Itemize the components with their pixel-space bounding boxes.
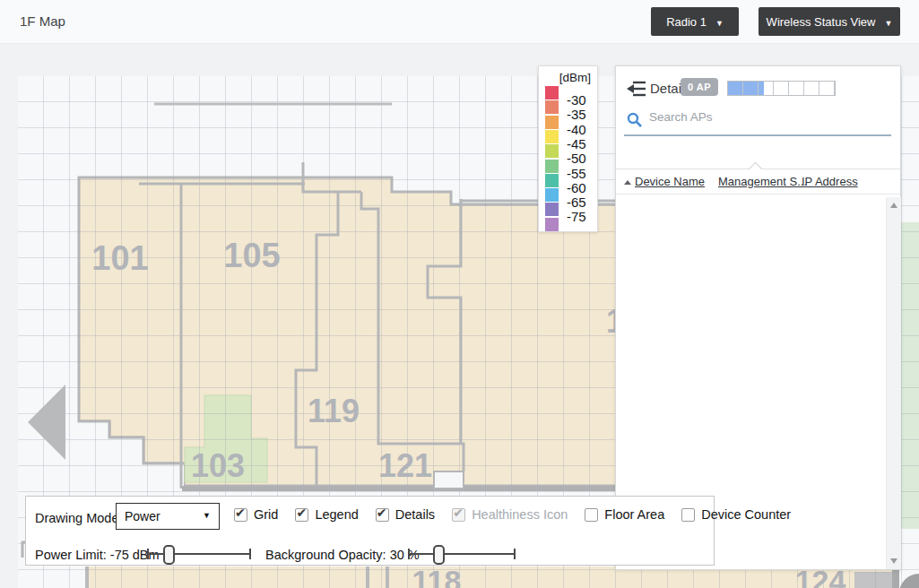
legend-title: [dBm] [539,71,591,84]
column-management[interactable]: Management S... [718,175,807,188]
view-mode-dropdown-button[interactable]: Wireless Status View [759,7,900,36]
checkbox-grid[interactable]: Grid [234,507,278,522]
ap-count-badge: 0 AP [681,78,718,96]
room-label-101: 101 [91,239,148,277]
column-device-name[interactable]: Device Name [635,175,705,188]
view-mode-dropdown-label: Wireless Status View [767,15,876,29]
scroll-up-icon[interactable] [890,203,897,208]
drawing-mode-value: Power [125,509,160,523]
checkbox-row: Grid Legend Details Healthiness Icon Flo… [234,507,791,522]
details-panel: Details 0 AP Device Name Management S...… [615,65,901,570]
room-label-103: 103 [191,447,245,484]
legend-swatch [545,218,559,231]
chevron-down-icon [715,15,724,29]
checkbox-healthiness-icon: Healthiness Icon [452,507,568,522]
top-bar: 1F Map Radio 1 Wireless Status View [0,0,919,44]
checkbox-icon [585,508,598,522]
room-label-121: 121 [378,447,432,484]
ap-capacity-bar [727,81,836,96]
checkbox-icon [681,508,695,522]
room-label-118: 118 [412,564,462,588]
legend-tick: -35 [567,108,594,121]
checkbox-label: Healthiness Icon [472,507,568,522]
checkbox-legend[interactable]: Legend [295,507,358,522]
table-scrollbar[interactable] [886,197,901,569]
collapse-panel-icon[interactable] [626,80,647,98]
power-limit-slider[interactable] [147,549,251,559]
ap-capacity-segments [728,82,835,95]
checkbox-floor-area[interactable]: Floor Area [585,507,664,522]
legend-swatch [545,100,559,114]
legend-tick: -50 [567,151,594,165]
checkbox-label: Details [395,507,435,522]
radio-dropdown-button[interactable]: Radio 1 [651,7,739,36]
checkbox-label: Floor Area [604,507,664,522]
legend-tick: -45 [567,137,594,151]
legend-swatch [545,203,559,216]
legend-tick: -30 [567,93,594,107]
page-title: 1F Map [20,13,65,29]
search-icon [627,112,642,127]
checkbox-label: Grid [254,507,278,522]
legend-swatch [545,144,559,158]
radio-dropdown-label: Radio 1 [666,15,707,29]
room-label-119: 119 [308,393,360,429]
doorway-gap [434,471,464,489]
checkbox-icon [234,508,247,522]
legend-tick: -75 [567,210,594,223]
chevron-down-icon [884,15,892,29]
legend-swatch [545,160,559,173]
legend-tick: -65 [567,195,594,209]
legend-tick: -40 [567,123,594,136]
search-field [624,106,891,136]
background-opacity-slider[interactable] [408,549,516,559]
table-header-row: Device Name Management S... IP Address [616,169,900,195]
legend-swatch [545,86,559,99]
power-limit-label: Power Limit: -75 dBm [35,548,160,562]
slider-thumb[interactable] [433,545,445,565]
drawing-controls-bar: Drawing Mode: Power Grid Legend Details … [25,496,715,566]
search-input[interactable] [647,109,830,125]
room-label-105: 105 [223,237,280,274]
legend-swatch [545,116,559,129]
sort-asc-icon [624,180,631,185]
checkbox-icon [295,508,308,522]
column-ip-address[interactable]: IP Address [802,175,858,188]
drawing-mode-label: Drawing Mode: [35,511,123,525]
slider-thumb[interactable] [163,545,175,565]
background-opacity-label: Background Opacity: 30 % [265,548,420,562]
checkbox-label: Device Counter [701,507,791,522]
checkbox-details[interactable]: Details [376,507,435,522]
legend-swatch [545,130,559,143]
legend-swatch [545,188,559,202]
scroll-down-icon[interactable] [890,558,897,564]
legend-tick: -60 [567,181,594,195]
checkbox-icon [376,508,389,522]
checkbox-icon [452,508,465,522]
checkbox-label: Legend [315,507,358,522]
checkbox-device-counter[interactable]: Device Counter [681,507,791,522]
dbm-legend: [dBm] -30 -35 -40 -45 -50 -55 -60 -65 -7… [538,65,598,232]
legend-swatch [545,174,559,187]
drawing-mode-select[interactable]: Power [116,503,220,530]
legend-tick: -55 [567,167,594,180]
